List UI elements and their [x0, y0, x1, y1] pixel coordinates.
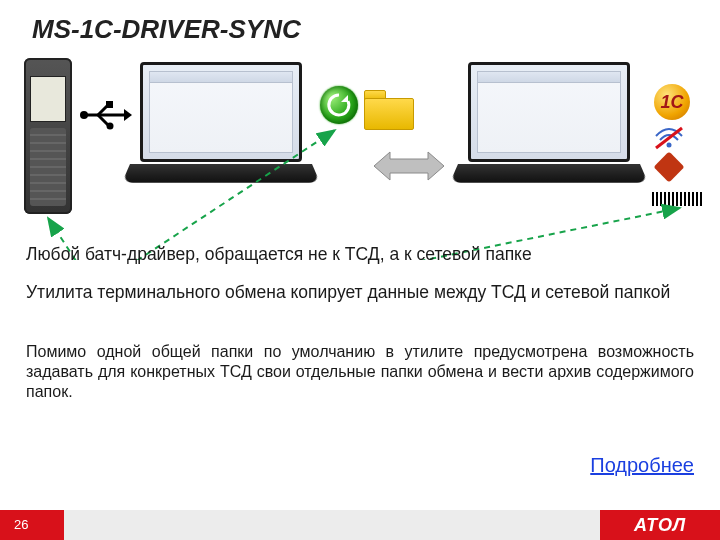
laptop-utility-icon: [130, 62, 312, 194]
svg-point-3: [107, 123, 114, 130]
sync-icon: [320, 86, 358, 124]
paragraph-1: Любой батч-драйвер, обращается не к ТСД,…: [26, 244, 694, 266]
logo-1c-icon: 1С: [654, 84, 690, 120]
page-number: 26: [14, 517, 28, 532]
paragraph-2: Утилита терминального обмена копирует да…: [26, 282, 694, 304]
svg-point-1: [80, 111, 88, 119]
slide: MS-1C-DRIVER-SYNC: [0, 0, 720, 540]
brand-logo: АТОЛ: [600, 510, 720, 540]
svg-point-4: [667, 143, 672, 148]
wifi-off-icon: [654, 126, 684, 150]
bidirectional-arrow-icon: [374, 148, 444, 184]
footer: 26 АТОЛ: [0, 510, 720, 540]
svg-rect-2: [106, 101, 113, 108]
laptop-1c-icon: [458, 62, 640, 194]
handheld-terminal-icon: [24, 58, 72, 214]
page-title: MS-1C-DRIVER-SYNC: [32, 14, 301, 45]
barcode-icon: [652, 192, 704, 206]
logo-stack: 1С: [654, 84, 712, 186]
folder-icon: [364, 90, 414, 130]
diagram-strip: 1С: [20, 56, 700, 216]
usb-icon: [78, 98, 132, 132]
more-link[interactable]: Подробнее: [590, 454, 694, 477]
logo-atol-icon: [654, 156, 692, 186]
paragraph-3: Помимо одной общей папки по умолчанию в …: [26, 342, 694, 402]
